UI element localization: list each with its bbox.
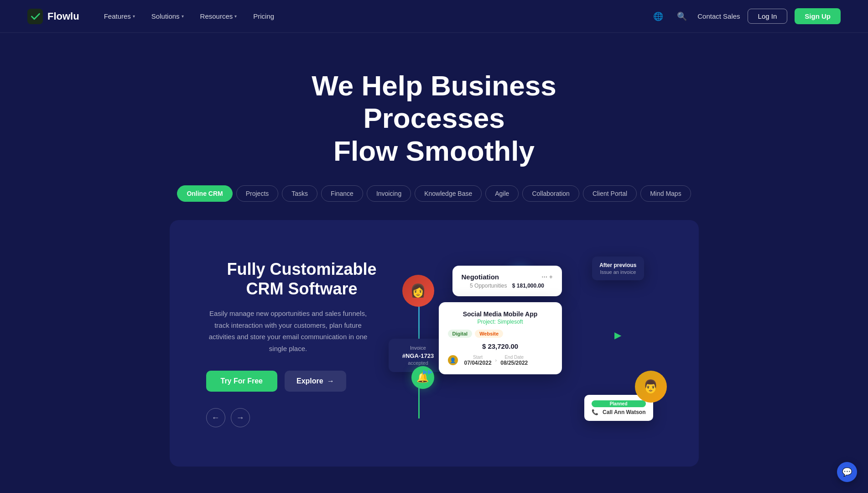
hero-headline: We Help Business Processes Flow Smoothly (252, 69, 617, 167)
logo[interactable]: Flowlu (27, 9, 79, 24)
nav-solutions[interactable]: Solutions ▾ (145, 9, 190, 24)
brand-name: Flowlu (47, 10, 79, 22)
tab-invoicing[interactable]: Invoicing (367, 185, 411, 202)
feature-card: Fully Customizable CRM Software Easily m… (170, 220, 699, 467)
awards-badges-section: GetApp Category LEADERS Top Performer Sl… (0, 485, 868, 493)
neg-amount: $ 181,000.00 (512, 283, 544, 289)
tab-tasks[interactable]: Tasks (282, 185, 317, 202)
carousel-prev-button[interactable]: ← (206, 408, 225, 427)
try-free-button[interactable]: Try For Free (206, 371, 277, 392)
nav-links: Features ▾ Solutions ▾ Resources ▾ Prici… (98, 9, 650, 24)
social-title: Social Media Mobile App (448, 310, 553, 318)
social-tags: Digital Website (448, 330, 553, 338)
avatar-small: 👤 (448, 355, 458, 365)
card-left-content: Fully Customizable CRM Software Easily m… (206, 259, 398, 427)
features-chevron: ▾ (133, 14, 135, 19)
after-prev-title: After previous (599, 262, 636, 268)
planned-content: Planned 📞 Call Ann Watson (592, 400, 646, 415)
neg-opportunities: 5 Opportunities (470, 283, 507, 289)
avatar-woman: 👩 (402, 275, 434, 307)
arrow-icon-2: ▶▶ (423, 368, 433, 375)
card-actions: Try For Free Explore → (206, 371, 398, 392)
login-button[interactable]: Log In (748, 9, 788, 24)
navbar: Flowlu Features ▾ Solutions ▾ Resources … (0, 0, 868, 33)
tab-projects[interactable]: Projects (236, 185, 279, 202)
social-amount: $ 23,720.00 (448, 342, 553, 350)
end-date: 08/25/2022 (500, 360, 528, 366)
tab-client-portal[interactable]: Client Portal (583, 185, 637, 202)
tab-finance[interactable]: Finance (321, 185, 363, 202)
tab-online-crm[interactable]: Online CRM (177, 185, 232, 202)
invoice-status: accepted (397, 360, 440, 366)
card-description: Easily manage new opportunities and sale… (206, 308, 370, 354)
planned-call-text: 📞 Call Ann Watson (592, 409, 646, 415)
neg-icons: ⋯ + (541, 273, 552, 280)
planned-badge: Planned (592, 400, 646, 407)
chat-icon: 💬 (842, 467, 852, 477)
date-arrow: › (495, 357, 497, 363)
negotiation-card: Negotiation ⋯ + 5 Opportunities $ 181,00… (452, 266, 562, 296)
arrow-right-icon: → (327, 377, 334, 385)
solutions-chevron: ▾ (182, 14, 184, 19)
invoice-number: #NGA-1723 (397, 352, 440, 359)
start-date: 07/04/2022 (464, 360, 492, 366)
start-label: Start (464, 355, 492, 360)
signup-button[interactable]: Sign Up (795, 8, 841, 24)
logo-icon (27, 9, 43, 24)
tab-mind-maps[interactable]: Mind Maps (640, 185, 691, 202)
social-project: Project: Simplesoft (448, 319, 553, 325)
search-button[interactable]: 🔍 (674, 8, 690, 25)
explore-button[interactable]: Explore → (285, 371, 346, 392)
after-previous-card: After previous Issue an invoice (592, 257, 644, 280)
avatar-man: 👨 (635, 371, 667, 403)
globe-button[interactable]: 🌐 (650, 8, 666, 25)
tag-website: Website (475, 330, 503, 338)
nav-features[interactable]: Features ▾ (98, 9, 141, 24)
chat-bubble[interactable]: 💬 (837, 462, 857, 482)
feature-tabs: Online CRM Projects Tasks Finance Invoic… (9, 185, 859, 202)
carousel-next-button[interactable]: → (231, 408, 250, 427)
card-title: Fully Customizable CRM Software (206, 259, 398, 299)
phone-icon: 📞 (592, 409, 598, 415)
nav-right: 🌐 🔍 Contact Sales Log In Sign Up (650, 8, 841, 25)
nav-pricing[interactable]: Pricing (247, 9, 281, 24)
invoice-label: Invoice (397, 345, 440, 351)
crm-illustration: 👩 ▶ 🔄 After previous Issue an invoice In… (398, 247, 662, 439)
hero-section: We Help Business Processes Flow Smoothly… (0, 33, 868, 485)
carousel-navigation: ← → (206, 408, 398, 427)
end-label: End Date (500, 355, 528, 360)
nav-resources[interactable]: Resources ▾ (194, 9, 244, 24)
after-prev-subtitle: Issue an invoice (599, 269, 636, 275)
contact-sales-link[interactable]: Contact Sales (697, 12, 740, 20)
tab-collaboration[interactable]: Collaboration (522, 185, 579, 202)
negotiation-title: Negotiation (462, 273, 499, 281)
svg-rect-0 (27, 9, 43, 24)
social-card: Social Media Mobile App Project: Simples… (439, 302, 562, 374)
arrow-icon-3: ▶ (614, 330, 621, 341)
resources-chevron: ▾ (234, 14, 237, 19)
tag-digital: Digital (448, 330, 473, 338)
tab-agile[interactable]: Agile (485, 185, 519, 202)
tab-knowledge-base[interactable]: Knowledge Base (415, 185, 482, 202)
